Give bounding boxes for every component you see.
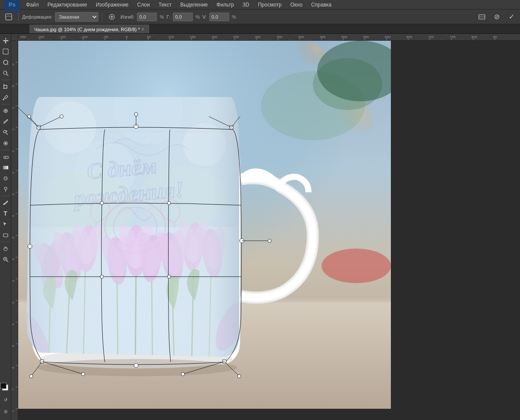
tool-eyedropper[interactable] <box>0 92 11 103</box>
v-label: V: <box>202 14 207 19</box>
svg-point-228 <box>134 363 138 368</box>
svg-text:50: 50 <box>147 35 151 39</box>
document-canvas[interactable]: С днём рождения! <box>18 41 391 409</box>
svg-text:0: 0 <box>12 64 15 65</box>
svg-text:1: 1 <box>12 129 15 130</box>
tools-sep-5 <box>1 242 10 242</box>
h-label: Г: <box>166 14 170 19</box>
tool-gradient[interactable] <box>0 162 11 173</box>
svg-rect-104 <box>11 41 18 420</box>
tool-marquee-rect[interactable] <box>0 46 11 57</box>
cancel-transform-button[interactable]: ⊘ <box>491 12 503 22</box>
toolbar-sep-1 <box>18 12 19 22</box>
bend-unit: % <box>159 14 164 19</box>
menu-help[interactable]: Справка <box>308 1 335 9</box>
document-tab[interactable]: Чашка.jpg @ 104% (С днем рождения, RGB/8… <box>29 25 149 33</box>
tool-dodge[interactable] <box>0 184 11 194</box>
tool-hand[interactable] <box>0 243 11 254</box>
h-input[interactable] <box>173 13 193 21</box>
svg-point-20 <box>3 130 6 133</box>
deformation-label: Деформация: <box>22 14 52 19</box>
tool-blur[interactable] <box>0 173 11 184</box>
svg-text:2: 2 <box>12 150 15 152</box>
tool-healing[interactable] <box>0 106 11 116</box>
svg-text:600: 600 <box>385 35 391 39</box>
svg-text:450: 450 <box>320 35 326 39</box>
svg-point-27 <box>5 178 6 179</box>
svg-point-242 <box>29 375 33 378</box>
svg-point-250 <box>134 113 138 116</box>
canvas-container: -250 -200 -150 -100 -50 0 50 100 <box>11 34 520 420</box>
tool-clone-stamp[interactable] <box>0 127 11 138</box>
svg-text:550: 550 <box>363 35 369 39</box>
svg-point-236 <box>27 115 31 118</box>
svg-text:500: 500 <box>341 35 348 39</box>
svg-rect-221 <box>27 97 244 361</box>
menu-edit[interactable]: Редактирование <box>44 1 91 9</box>
svg-text:150: 150 <box>190 35 196 39</box>
tool-shape[interactable] <box>0 230 11 240</box>
menu-image[interactable]: Изображение <box>92 1 132 9</box>
svg-text:300: 300 <box>255 35 261 39</box>
canvas-area[interactable]: С днём рождения! <box>18 41 520 420</box>
menu-filter[interactable]: Фильтр <box>213 1 237 9</box>
menu-3d[interactable]: 3D <box>239 1 253 9</box>
tool-eraser[interactable] <box>0 152 11 162</box>
tool-quick-select[interactable] <box>0 68 11 78</box>
tool-history-brush[interactable] <box>0 138 11 149</box>
svg-point-232 <box>167 201 171 205</box>
color-swatches[interactable] <box>0 383 11 393</box>
bend-input[interactable] <box>137 13 157 21</box>
svg-text:-50: -50 <box>103 35 108 39</box>
svg-text:3: 3 <box>12 215 15 217</box>
tool-path-select[interactable] <box>0 219 11 229</box>
menu-view[interactable]: Просмотр <box>254 1 285 9</box>
warp-orientation-icon[interactable] <box>476 12 488 22</box>
svg-rect-30 <box>3 234 8 237</box>
v-input[interactable] <box>209 13 229 21</box>
svg-text:650: 650 <box>406 35 413 39</box>
svg-text:250: 250 <box>233 35 239 39</box>
svg-point-164 <box>322 249 391 283</box>
svg-text:3: 3 <box>12 237 15 239</box>
tool-zoom[interactable] <box>0 254 11 265</box>
svg-point-234 <box>167 275 171 278</box>
warp-handle-icon[interactable] <box>106 12 118 22</box>
menu-text[interactable]: Текст <box>155 1 175 9</box>
tool-lasso[interactable] <box>0 57 11 68</box>
tool-brush[interactable] <box>0 116 11 127</box>
svg-text:-150: -150 <box>59 35 66 39</box>
svg-point-244 <box>81 372 85 376</box>
svg-text:0: 0 <box>126 35 128 39</box>
svg-text:3: 3 <box>12 194 15 195</box>
h-unit: % <box>195 14 200 19</box>
bend-label: Изгиб: <box>120 14 134 19</box>
svg-point-222 <box>38 359 237 376</box>
tool-world-axis[interactable]: ⊞ <box>0 406 11 417</box>
confirm-transform-button[interactable]: ✓ <box>505 12 517 22</box>
warp-mode-select[interactable]: Заказная <box>55 12 98 22</box>
tool-pen[interactable] <box>0 197 11 208</box>
tools-sep-3 <box>1 150 10 150</box>
svg-point-231 <box>100 201 104 205</box>
svg-point-26 <box>4 177 7 180</box>
svg-point-253 <box>268 239 271 242</box>
top-ruler: -250 -200 -150 -100 -50 0 50 100 <box>18 34 520 41</box>
options-bar: Деформация: Заказная Изгиб: % Г: % V: % … <box>0 10 520 24</box>
menu-file[interactable]: Файл <box>23 1 42 9</box>
svg-text:5: 5 <box>12 85 15 87</box>
svg-text:4: 4 <box>12 280 15 282</box>
tool-crop[interactable] <box>0 81 11 92</box>
warp-icon-btn[interactable] <box>3 12 15 22</box>
svg-point-239 <box>60 115 63 118</box>
tool-text[interactable]: T <box>0 208 11 219</box>
menu-select[interactable]: Выделение <box>177 1 211 9</box>
foreground-color-swatch[interactable] <box>0 383 6 389</box>
menu-layers[interactable]: Слои <box>134 1 153 9</box>
tool-3d-object[interactable]: ↺ <box>0 394 11 405</box>
tab-close-button[interactable]: × <box>142 27 144 32</box>
tool-move[interactable] <box>0 36 11 46</box>
menu-window[interactable]: Окно <box>287 1 306 9</box>
svg-text:85: 85 <box>493 35 497 39</box>
toolbar-sep-2 <box>102 12 102 22</box>
